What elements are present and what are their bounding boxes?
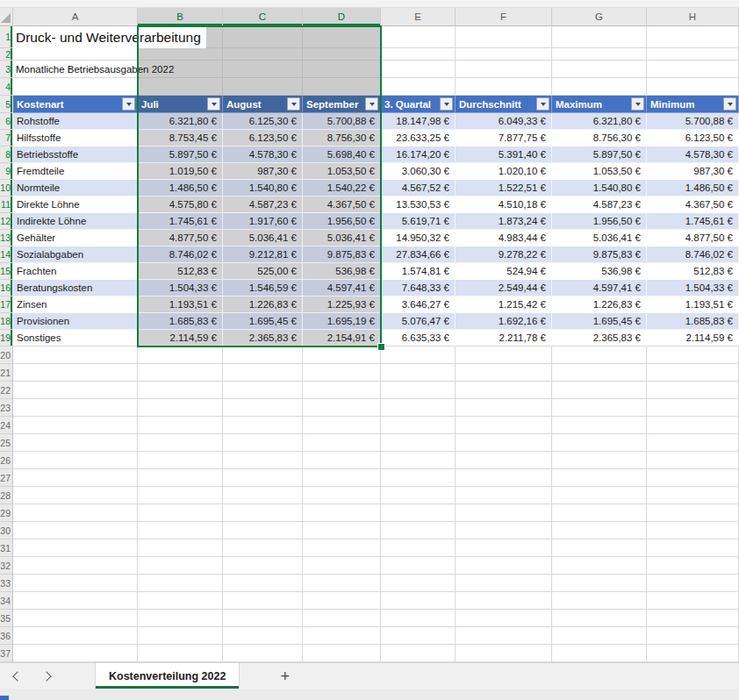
cell-F36[interactable] — [456, 627, 552, 645]
select-all-corner[interactable] — [0, 8, 13, 26]
cell-E18[interactable]: 5.076,47 € — [381, 313, 456, 330]
cell-G35[interactable] — [552, 610, 647, 627]
cell-F6[interactable]: 6.049,33 € — [456, 113, 552, 130]
cell-B29[interactable] — [138, 504, 223, 522]
row-header-16[interactable]: 16 — [0, 280, 13, 296]
cell-G6[interactable]: 6.321,80 € — [552, 113, 647, 130]
cell-E21[interactable] — [381, 364, 456, 382]
cell-G21[interactable] — [552, 364, 647, 382]
cell-B37[interactable] — [138, 645, 223, 662]
cell-G4[interactable] — [552, 78, 647, 96]
row-header-23[interactable]: 23 — [0, 399, 13, 417]
cell-G3[interactable] — [552, 61, 647, 78]
cell-G15[interactable]: 536,98 € — [552, 263, 647, 280]
cell-H21[interactable] — [647, 364, 739, 382]
next-sheet-button[interactable] — [35, 665, 58, 688]
cell-F28[interactable] — [456, 487, 552, 504]
cell-G37[interactable] — [552, 645, 647, 662]
cell-F17[interactable]: 1.215,42 € — [456, 296, 552, 313]
cell-D31[interactable] — [303, 539, 381, 557]
cell-B31[interactable] — [138, 539, 223, 557]
cell-F24[interactable] — [456, 417, 552, 434]
cell-C29[interactable] — [223, 504, 303, 522]
cell-F4[interactable] — [456, 78, 552, 96]
cell-G2[interactable] — [552, 48, 647, 61]
cell-E23[interactable] — [381, 399, 456, 417]
cell-E8[interactable]: 16.174,20 € — [381, 146, 456, 163]
cell-B10[interactable]: 1.486,50 € — [138, 180, 223, 196]
cell-A17[interactable]: Zinsen — [13, 296, 138, 313]
cell-C13[interactable]: 5.036,41 € — [223, 230, 303, 246]
cell-C18[interactable]: 1.695,45 € — [223, 313, 303, 330]
cell-D5[interactable]: September — [303, 96, 381, 113]
cell-F13[interactable]: 4.983,44 € — [456, 230, 552, 246]
cell-C33[interactable] — [223, 575, 303, 592]
cell-B16[interactable]: 1.504,33 € — [138, 280, 223, 296]
cell-D28[interactable] — [303, 487, 381, 504]
cell-A12[interactable]: Indirekte Löhne — [13, 213, 138, 230]
cell-B19[interactable]: 2.114,59 € — [138, 330, 223, 346]
cell-A15[interactable]: Frachten — [13, 263, 138, 280]
cell-E37[interactable] — [381, 645, 456, 662]
cell-D24[interactable] — [303, 417, 381, 434]
row-header-15[interactable]: 15 — [0, 263, 13, 280]
cell-D4[interactable] — [303, 78, 381, 96]
cell-C7[interactable]: 6.123,50 € — [223, 130, 303, 146]
cell-D3[interactable] — [303, 61, 381, 78]
cell-C21[interactable] — [223, 364, 303, 382]
cell-F35[interactable] — [456, 610, 552, 627]
cell-C32[interactable] — [223, 557, 303, 575]
cell-G31[interactable] — [552, 539, 647, 557]
cell-F19[interactable]: 2.211,78 € — [456, 330, 552, 346]
cell-E31[interactable] — [381, 539, 456, 557]
cell-D14[interactable]: 9.875,83 € — [303, 246, 381, 263]
row-header-2[interactable]: 2 — [0, 48, 13, 61]
cell-E20[interactable] — [381, 346, 456, 364]
filter-button[interactable] — [440, 97, 453, 111]
cell-G13[interactable]: 5.036,41 € — [552, 230, 647, 246]
cell-F7[interactable]: 7.877,75 € — [456, 130, 552, 146]
cell-G36[interactable] — [552, 627, 647, 645]
row-header-7[interactable]: 7 — [0, 130, 13, 146]
cell-B26[interactable] — [138, 452, 223, 469]
row-header-18[interactable]: 18 — [0, 313, 13, 330]
cell-C16[interactable]: 1.546,59 € — [223, 280, 303, 296]
cell-B35[interactable] — [138, 610, 223, 627]
cell-E17[interactable]: 3.646,27 € — [381, 296, 456, 313]
cell-G16[interactable]: 4.597,41 € — [552, 280, 647, 296]
cell-E27[interactable] — [381, 469, 456, 487]
cell-D18[interactable]: 1.695,19 € — [303, 313, 381, 330]
cell-H18[interactable]: 1.685,83 € — [647, 313, 739, 330]
cell-G14[interactable]: 9.875,83 € — [552, 246, 647, 263]
cell-E34[interactable] — [381, 592, 456, 610]
cell-E36[interactable] — [381, 627, 456, 645]
filter-button[interactable] — [122, 97, 135, 111]
row-header-35[interactable]: 35 — [0, 610, 13, 627]
cell-F8[interactable]: 5.391,40 € — [456, 146, 552, 163]
cell-A18[interactable]: Provisionen — [13, 313, 138, 330]
cell-G20[interactable] — [552, 346, 647, 364]
filter-button[interactable] — [723, 97, 736, 111]
cell-D25[interactable] — [303, 434, 381, 452]
cell-G8[interactable]: 5.897,50 € — [552, 146, 647, 163]
cell-H19[interactable]: 2.114,59 € — [647, 330, 739, 346]
cell-F32[interactable] — [456, 557, 552, 575]
cell-E32[interactable] — [381, 557, 456, 575]
cell-G22[interactable] — [552, 382, 647, 399]
cell-B9[interactable]: 1.019,50 € — [138, 163, 223, 180]
cell-F10[interactable]: 1.522,51 € — [456, 180, 552, 196]
cell-A2[interactable] — [13, 48, 138, 61]
cell-A6[interactable]: Rohstoffe — [13, 113, 138, 130]
cell-B24[interactable] — [138, 417, 223, 434]
cell-B6[interactable]: 6.321,80 € — [138, 113, 223, 130]
row-header-20[interactable]: 20 — [0, 346, 13, 364]
cell-D11[interactable]: 4.367,50 € — [303, 196, 381, 213]
cell-F27[interactable] — [456, 469, 552, 487]
cell-E22[interactable] — [381, 382, 456, 399]
cell-A25[interactable] — [13, 434, 138, 452]
cell-E5[interactable]: 3. Quartal — [381, 96, 456, 113]
cell-B32[interactable] — [138, 557, 223, 575]
cell-H2[interactable] — [647, 48, 739, 61]
column-header-D[interactable]: D — [303, 8, 381, 26]
cell-D22[interactable] — [303, 382, 381, 399]
